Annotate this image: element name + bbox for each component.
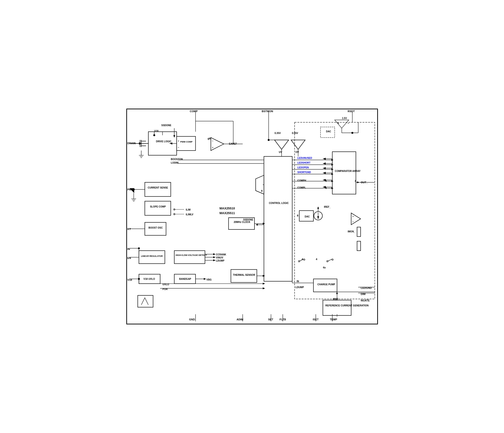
- in-cp-label: IN: [297, 280, 299, 283]
- clock-20mhz-label: 20MHz CLOCK: [231, 221, 254, 223]
- svg-marker-92: [213, 256, 216, 258]
- voltage-1-5-label: 1.5V: [342, 117, 347, 120]
- svg-point-32: [314, 212, 322, 220]
- uvlo-label: UVLO: [163, 283, 169, 286]
- svg-marker-19: [291, 140, 305, 149]
- en-pin-label: EN: [127, 257, 131, 260]
- svg-text:8: 8: [297, 214, 298, 217]
- temp-pin-label: TEMP: [330, 318, 337, 321]
- svg-marker-152: [331, 164, 333, 165]
- dac-right-label: DAC: [323, 130, 334, 133]
- voltage-0-35-label: 0.35V: [275, 132, 281, 134]
- svg-point-113: [351, 132, 353, 134]
- svg-text:−: −: [352, 220, 354, 223]
- ov-label: OV: [296, 151, 299, 153]
- svg-line-40: [327, 259, 332, 261]
- chip-name-2: MAX25511: [220, 211, 235, 215]
- v18-internal-label: V18: [154, 130, 159, 132]
- ccrank-label: CCRANK: [216, 253, 226, 256]
- svg-text:4: 4: [325, 187, 326, 190]
- svg-marker-104: [262, 223, 265, 225]
- svg-text:4x: 4x: [323, 266, 326, 269]
- svg-rect-3: [145, 201, 171, 215]
- svg-marker-154: [331, 168, 333, 170]
- set-pin-label: SET: [268, 318, 273, 321]
- svg-marker-100: [262, 287, 265, 289]
- svg-marker-162: [357, 182, 360, 183]
- bstmon-pin-label: BSTMON: [262, 110, 273, 113]
- ilimlv-label: ILIMLV: [186, 213, 193, 216]
- svg-text:+: +: [212, 146, 213, 149]
- comp-pin-label: COMP: [190, 110, 198, 113]
- ledshort-label: LEDSHORT: [297, 162, 311, 164]
- earef-label: EAREF: [229, 143, 237, 145]
- v18-pin-label: V18: [127, 278, 132, 281]
- svg-marker-102: [262, 275, 265, 277]
- slope-comp-label: SLOPE COMP: [147, 205, 169, 208]
- uv-label: UV: [279, 151, 282, 153]
- svg-rect-35: [357, 227, 361, 237]
- svg-marker-90: [213, 253, 216, 255]
- svg-point-39: [303, 259, 305, 260]
- svg-point-146: [173, 213, 175, 215]
- iset-pin-label: ISET: [313, 318, 319, 321]
- svg-marker-148: [255, 224, 258, 226]
- svg-point-57: [138, 278, 140, 280]
- svg-marker-150: [331, 159, 333, 161]
- charge-pump-label: CHARGE PUMP: [316, 283, 337, 286]
- iref-label: IREF_: [324, 206, 331, 208]
- pgnd-pin-label: PGND: [127, 188, 135, 191]
- comph-label: COMPH: [297, 179, 306, 182]
- ref-current-gen-label: REFERENCE CURRENT GENERATION: [325, 304, 351, 307]
- current-sense-label: CURRENT SENSE: [147, 186, 169, 189]
- svg-rect-16: [323, 300, 351, 316]
- svg-point-41: [326, 261, 328, 262]
- ledopen-label: LEDOPEN: [297, 166, 309, 169]
- out-pin-label: OUT_: [361, 181, 368, 184]
- fltb-pin-label: FLTB: [280, 318, 286, 321]
- compl-label: COMPL: [297, 186, 306, 189]
- control-logic-label: CONTROL LOGIC: [266, 202, 292, 204]
- gnd-pin-label: GND: [189, 318, 195, 321]
- svg-text:9: 9: [261, 190, 262, 192]
- comparator-array-label: COMPARATOR ARRAY: [335, 170, 356, 172]
- svg-marker-28: [139, 142, 142, 145]
- v18-uvlo-label: V18 UVLO: [140, 278, 159, 280]
- dim-pin-label: DIM: [361, 293, 366, 295]
- svg-marker-21: [351, 213, 361, 225]
- booston-label: BOOSTON: [171, 158, 183, 161]
- adim-pin-label: ADIM: [237, 318, 243, 321]
- boost-osc-label: BOOST OSC: [146, 226, 165, 229]
- svg-text:−: −: [348, 122, 349, 125]
- ilim-label: ILIM: [186, 208, 191, 211]
- dac-left-label: DAC: [302, 215, 313, 218]
- ssdone-mid-label: SSDONE: [243, 218, 253, 221]
- svg-rect-0: [148, 132, 176, 155]
- drive-logic-label: DRIVE LOGIC: [155, 140, 172, 143]
- svg-rect-36: [357, 241, 361, 251]
- svg-text:−: −: [212, 140, 213, 142]
- ledgnd-pin-label: LEDGND: [361, 286, 372, 289]
- ldump-label: LDUMP: [216, 260, 225, 262]
- svg-marker-96: [204, 278, 206, 280]
- svg-marker-94: [213, 260, 216, 261]
- svg-point-53: [138, 247, 140, 249]
- svg-text:4: 4: [301, 258, 303, 261]
- voltage-0-95-label: 0.95V: [292, 132, 298, 134]
- svg-marker-17: [211, 138, 224, 151]
- rsdt-pin-label: RSDT: [348, 110, 355, 113]
- svg-rect-11: [264, 156, 292, 281]
- svg-marker-108: [336, 292, 338, 294]
- svg-marker-29: [138, 295, 153, 307]
- svg-marker-160: [331, 187, 333, 189]
- ldump-cp-label: LDUMP: [296, 286, 304, 289]
- pwm-comp-label: PWM COMP: [179, 141, 194, 143]
- bandgap-label: BANDGAP: [176, 278, 194, 280]
- svg-rect-31: [294, 122, 375, 299]
- svg-marker-30: [255, 175, 264, 194]
- svg-point-145: [173, 209, 175, 210]
- svg-marker-98: [262, 283, 265, 285]
- svg-text:+: +: [337, 122, 339, 125]
- svg-rect-1: [177, 136, 195, 151]
- ledunused-label: LEDUNUSED: [297, 157, 312, 159]
